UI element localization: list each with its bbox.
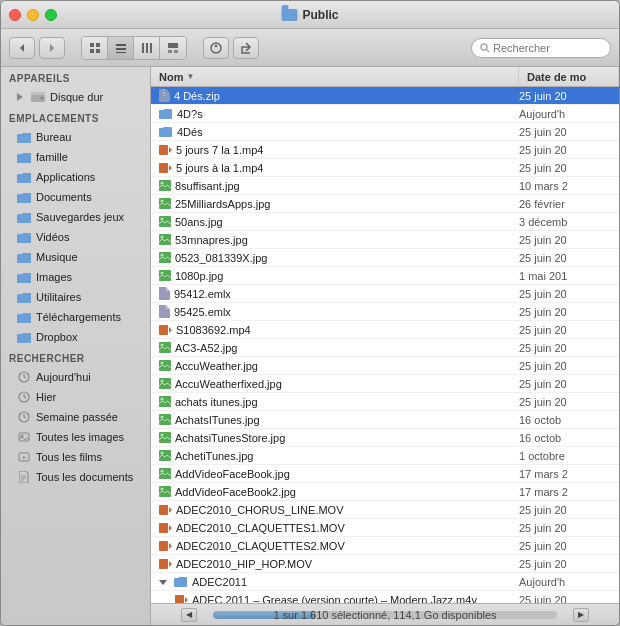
file-name-text: 1080p.jpg <box>175 270 223 282</box>
column-view-button[interactable] <box>134 37 160 59</box>
table-row[interactable]: 4D?sAujourd'h <box>151 105 619 123</box>
svg-rect-7 <box>116 48 126 50</box>
sidebar-item-musique[interactable]: Musique <box>1 247 150 267</box>
table-row[interactable]: ADEC2011Aujourd'h <box>151 573 619 591</box>
table-row[interactable]: 4Dés25 juin 20 <box>151 123 619 141</box>
cover-flow-button[interactable] <box>160 37 186 59</box>
sidebar-label: Hier <box>36 391 56 403</box>
table-row[interactable]: AC3-A52.jpg25 juin 20 <box>151 339 619 357</box>
scroll-left-button[interactable]: ◀ <box>181 608 197 622</box>
sidebar-item-bureau[interactable]: Bureau <box>1 127 150 147</box>
svg-rect-11 <box>150 43 152 53</box>
sidebar-item-hier[interactable]: Hier <box>1 387 150 407</box>
expand-triangle-icon[interactable] <box>159 576 167 588</box>
sidebar-item-videos[interactable]: Vidéos <box>1 227 150 247</box>
svg-rect-5 <box>96 49 100 53</box>
file-name-text: ADEC2010_HIP_HOP.MOV <box>176 558 312 570</box>
table-row[interactable]: ADEC2010_CLAQUETTES1.MOV25 juin 20 <box>151 519 619 537</box>
sidebar-item-utilitaires[interactable]: Utilitaires <box>1 287 150 307</box>
table-row[interactable]: ADEC 2011 – Grease (version courte) – Mo… <box>151 591 619 603</box>
sidebar-item-applications[interactable]: Applications <box>1 167 150 187</box>
file-date-cell: 25 juin 20 <box>519 126 619 138</box>
table-row[interactable]: 5 jours 7 la 1.mp425 juin 20 <box>151 141 619 159</box>
svg-rect-81 <box>159 559 168 569</box>
svg-line-18 <box>487 49 490 52</box>
svg-marker-78 <box>169 525 172 531</box>
file-type-icon <box>159 468 171 479</box>
sidebar-item-disque-dur[interactable]: Disque dur <box>1 87 150 107</box>
table-row[interactable]: 0523_081339X.jpg25 juin 20 <box>151 249 619 267</box>
file-date-cell: 25 juin 20 <box>519 306 619 318</box>
sidebar-item-tous-films[interactable]: Tous les films <box>1 447 150 467</box>
file-type-icon <box>159 126 173 137</box>
table-row[interactable]: 95412.emlx25 juin 20 <box>151 285 619 303</box>
search-input[interactable] <box>493 42 602 54</box>
table-row[interactable]: 25MilliardsApps.jpg26 février <box>151 195 619 213</box>
file-date-cell: 25 juin 20 <box>519 144 619 156</box>
minimize-button[interactable] <box>27 9 39 21</box>
sidebar-item-semaine[interactable]: Semaine passée <box>1 407 150 427</box>
file-date-cell: 17 mars 2 <box>519 486 619 498</box>
table-row[interactable]: 53mnapres.jpg25 juin 20 <box>151 231 619 249</box>
table-row[interactable]: AddVideoFaceBook.jpg17 mars 2 <box>151 465 619 483</box>
back-button[interactable] <box>9 37 35 59</box>
table-row[interactable]: ADEC2010_CHORUS_LINE.MOV25 juin 20 <box>151 501 619 519</box>
table-row[interactable]: AccuWeather.jpg25 juin 20 <box>151 357 619 375</box>
file-name-cell: ADEC2010_HIP_HOP.MOV <box>151 558 519 570</box>
table-row[interactable]: ADEC2010_CLAQUETTES2.MOV25 juin 20 <box>151 537 619 555</box>
table-row[interactable]: AddVideoFaceBook2.jpg17 mars 2 <box>151 483 619 501</box>
name-column-header[interactable]: Nom ▼ <box>151 67 519 86</box>
table-row[interactable]: AchetiTunes.jpg1 octobre <box>151 447 619 465</box>
table-row[interactable]: 50ans.jpg3 décemb <box>151 213 619 231</box>
table-row[interactable]: ADEC2010_HIP_HOP.MOV25 juin 20 <box>151 555 619 573</box>
film-icon <box>17 450 31 464</box>
maximize-button[interactable] <box>45 9 57 21</box>
sidebar-item-documents[interactable]: Documents <box>1 187 150 207</box>
action-button[interactable] <box>203 37 229 59</box>
scroll-right-button[interactable]: ▶ <box>573 608 589 622</box>
sidebar-item-famille[interactable]: famille <box>1 147 150 167</box>
table-row[interactable]: 95425.emlx25 juin 20 <box>151 303 619 321</box>
sidebar-item-telechargements[interactable]: Téléchargements <box>1 307 150 327</box>
sidebar-item-images[interactable]: Images <box>1 267 150 287</box>
sidebar-item-aujourdhui[interactable]: Aujourd'hui <box>1 367 150 387</box>
file-date-cell: 25 juin 20 <box>519 90 619 102</box>
file-date-cell: 25 juin 20 <box>519 378 619 390</box>
table-row[interactable]: 4 Dés.zip25 juin 20 <box>151 87 619 105</box>
close-button[interactable] <box>9 9 21 21</box>
icon-view-button[interactable] <box>82 37 108 59</box>
sidebar-label: Musique <box>36 251 78 263</box>
file-date-cell: 26 février <box>519 198 619 210</box>
svg-marker-0 <box>20 44 24 52</box>
svg-marker-76 <box>169 507 172 513</box>
sidebar-label: Téléchargements <box>36 311 121 323</box>
file-date-cell: 25 juin 20 <box>519 360 619 372</box>
sidebar-item-tous-documents[interactable]: Tous les documents <box>1 467 150 487</box>
titlebar: Public <box>1 1 619 29</box>
file-type-icon <box>159 180 171 191</box>
table-row[interactable]: 5 jours à la 1.mp425 juin 20 <box>151 159 619 177</box>
svg-rect-2 <box>90 43 94 47</box>
sidebar-item-dropbox[interactable]: Dropbox <box>1 327 150 347</box>
table-row[interactable]: AccuWeatherfixed.jpg25 juin 20 <box>151 375 619 393</box>
table-row[interactable]: 8suffisant.jpg10 mars 2 <box>151 177 619 195</box>
file-name-text: achats itunes.jpg <box>175 396 258 408</box>
statusbar: ◀ ▶ 1 sur 1 610 sélectionné, 114,1 Go di… <box>151 603 619 625</box>
table-row[interactable]: AchatsiTunesStore.jpg16 octob <box>151 429 619 447</box>
file-list-container: Nom ▼ Date de mo 4 Dés.zip25 juin 204D?s… <box>151 67 619 603</box>
table-row[interactable]: 1080p.jpg1 mai 201 <box>151 267 619 285</box>
table-row[interactable]: AchatsITunes.jpg16 octob <box>151 411 619 429</box>
sidebar-item-toutes-images[interactable]: Toutes les images <box>1 427 150 447</box>
share-button[interactable] <box>233 37 259 59</box>
sidebar-label-disque-dur: Disque dur <box>50 91 103 103</box>
date-column-header[interactable]: Date de mo <box>519 67 619 86</box>
list-view-button[interactable] <box>108 37 134 59</box>
svg-marker-85 <box>185 597 188 603</box>
table-row[interactable]: achats itunes.jpg25 juin 20 <box>151 393 619 411</box>
sidebar-item-sauvegardes[interactable]: Sauvegardes jeux <box>1 207 150 227</box>
search-box[interactable] <box>471 38 611 58</box>
svg-rect-9 <box>142 43 144 53</box>
table-row[interactable]: S1083692.mp425 juin 20 <box>151 321 619 339</box>
svg-rect-8 <box>116 52 126 53</box>
forward-button[interactable] <box>39 37 65 59</box>
